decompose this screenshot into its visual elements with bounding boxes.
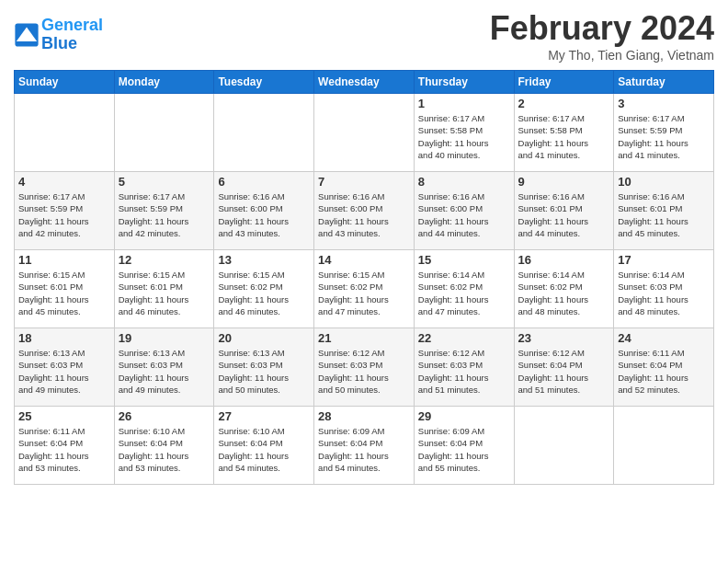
weekday-header-thursday: Thursday: [414, 71, 514, 94]
calendar-cell: 25Sunrise: 6:11 AM Sunset: 6:04 PM Dayli…: [15, 407, 115, 485]
day-info: Sunrise: 6:10 AM Sunset: 6:04 PM Dayligh…: [218, 425, 310, 474]
day-info: Sunrise: 6:10 AM Sunset: 6:04 PM Dayligh…: [119, 425, 210, 474]
calendar-cell: 7Sunrise: 6:16 AM Sunset: 6:00 PM Daylig…: [314, 172, 415, 250]
weekday-header-tuesday: Tuesday: [214, 71, 314, 94]
day-number: 5: [119, 175, 210, 189]
week-row-2: 4Sunrise: 6:17 AM Sunset: 5:59 PM Daylig…: [15, 172, 714, 250]
day-info: Sunrise: 6:12 AM Sunset: 6:03 PM Dayligh…: [318, 347, 410, 396]
day-number: 9: [518, 175, 610, 189]
title-section: February 2024 My Tho, Tien Giang, Vietna…: [490, 9, 714, 63]
day-info: Sunrise: 6:15 AM Sunset: 6:02 PM Dayligh…: [318, 269, 410, 317]
day-number: 10: [618, 175, 710, 189]
week-row-4: 18Sunrise: 6:13 AM Sunset: 6:03 PM Dayli…: [15, 328, 714, 407]
day-info: Sunrise: 6:17 AM Sunset: 5:59 PM Dayligh…: [119, 190, 210, 239]
day-info: Sunrise: 6:13 AM Sunset: 6:03 PM Dayligh…: [18, 347, 110, 396]
logo-line1: General: [41, 16, 103, 34]
day-info: Sunrise: 6:14 AM Sunset: 6:03 PM Dayligh…: [618, 269, 710, 317]
logo-icon: [14, 22, 40, 48]
calendar-cell: 18Sunrise: 6:13 AM Sunset: 6:03 PM Dayli…: [15, 328, 115, 407]
day-number: 2: [518, 97, 610, 110]
day-info: Sunrise: 6:17 AM Sunset: 5:59 PM Dayligh…: [18, 190, 110, 239]
day-info: Sunrise: 6:13 AM Sunset: 6:03 PM Dayligh…: [119, 347, 210, 396]
day-info: Sunrise: 6:14 AM Sunset: 6:02 PM Dayligh…: [418, 269, 510, 317]
day-number: 16: [518, 253, 610, 267]
day-info: Sunrise: 6:17 AM Sunset: 5:58 PM Dayligh…: [418, 112, 510, 161]
calendar-cell: [114, 94, 214, 172]
calendar-cell: [15, 94, 115, 172]
calendar-cell: 3Sunrise: 6:17 AM Sunset: 5:59 PM Daylig…: [614, 94, 714, 172]
calendar-cell: 27Sunrise: 6:10 AM Sunset: 6:04 PM Dayli…: [214, 407, 314, 485]
weekday-header-row: SundayMondayTuesdayWednesdayThursdayFrid…: [15, 71, 714, 94]
calendar-cell: [614, 407, 714, 485]
day-number: 6: [218, 175, 310, 189]
calendar-cell: 11Sunrise: 6:15 AM Sunset: 6:01 PM Dayli…: [15, 250, 115, 328]
day-info: Sunrise: 6:12 AM Sunset: 6:04 PM Dayligh…: [518, 347, 610, 396]
weekday-header-friday: Friday: [514, 71, 614, 94]
day-number: 15: [418, 253, 510, 267]
day-info: Sunrise: 6:11 AM Sunset: 6:04 PM Dayligh…: [618, 347, 710, 396]
calendar-cell: 28Sunrise: 6:09 AM Sunset: 6:04 PM Dayli…: [314, 407, 415, 485]
day-number: 26: [119, 409, 210, 423]
calendar-cell: [214, 94, 314, 172]
calendar-cell: 29Sunrise: 6:09 AM Sunset: 6:04 PM Dayli…: [414, 407, 514, 485]
day-number: 21: [318, 331, 410, 345]
day-number: 4: [18, 175, 110, 189]
day-number: 14: [318, 253, 410, 267]
day-info: Sunrise: 6:17 AM Sunset: 5:59 PM Dayligh…: [618, 112, 710, 161]
day-info: Sunrise: 6:16 AM Sunset: 6:01 PM Dayligh…: [518, 190, 610, 239]
calendar-cell: 1Sunrise: 6:17 AM Sunset: 5:58 PM Daylig…: [414, 94, 514, 172]
calendar-cell: 26Sunrise: 6:10 AM Sunset: 6:04 PM Dayli…: [114, 407, 214, 485]
calendar-cell: [314, 94, 415, 172]
calendar-table: SundayMondayTuesdayWednesdayThursdayFrid…: [14, 70, 714, 485]
day-number: 17: [618, 253, 710, 267]
day-number: 20: [218, 331, 310, 345]
day-info: Sunrise: 6:16 AM Sunset: 6:00 PM Dayligh…: [218, 190, 310, 239]
day-number: 3: [618, 97, 710, 110]
calendar-cell: 23Sunrise: 6:12 AM Sunset: 6:04 PM Dayli…: [514, 328, 614, 407]
day-info: Sunrise: 6:15 AM Sunset: 6:01 PM Dayligh…: [119, 269, 210, 317]
calendar-cell: 21Sunrise: 6:12 AM Sunset: 6:03 PM Dayli…: [314, 328, 415, 407]
calendar-cell: 15Sunrise: 6:14 AM Sunset: 6:02 PM Dayli…: [414, 250, 514, 328]
day-info: Sunrise: 6:17 AM Sunset: 5:58 PM Dayligh…: [518, 112, 610, 161]
calendar-cell: 2Sunrise: 6:17 AM Sunset: 5:58 PM Daylig…: [514, 94, 614, 172]
logo: General Blue: [14, 17, 103, 53]
day-info: Sunrise: 6:11 AM Sunset: 6:04 PM Dayligh…: [18, 425, 110, 474]
calendar-cell: 24Sunrise: 6:11 AM Sunset: 6:04 PM Dayli…: [614, 328, 714, 407]
weekday-header-sunday: Sunday: [15, 71, 115, 94]
weekday-header-saturday: Saturday: [614, 71, 714, 94]
calendar-cell: 17Sunrise: 6:14 AM Sunset: 6:03 PM Dayli…: [614, 250, 714, 328]
calendar-cell: 9Sunrise: 6:16 AM Sunset: 6:01 PM Daylig…: [514, 172, 614, 250]
week-row-1: 1Sunrise: 6:17 AM Sunset: 5:58 PM Daylig…: [15, 94, 714, 172]
calendar-cell: 22Sunrise: 6:12 AM Sunset: 6:03 PM Dayli…: [414, 328, 514, 407]
day-number: 13: [218, 253, 310, 267]
day-number: 19: [119, 331, 210, 345]
calendar-cell: 8Sunrise: 6:16 AM Sunset: 6:00 PM Daylig…: [414, 172, 514, 250]
day-number: 23: [518, 331, 610, 345]
day-info: Sunrise: 6:16 AM Sunset: 6:00 PM Dayligh…: [318, 190, 410, 239]
day-number: 12: [119, 253, 210, 267]
calendar-cell: 14Sunrise: 6:15 AM Sunset: 6:02 PM Dayli…: [314, 250, 415, 328]
day-info: Sunrise: 6:12 AM Sunset: 6:03 PM Dayligh…: [418, 347, 510, 396]
day-info: Sunrise: 6:09 AM Sunset: 6:04 PM Dayligh…: [318, 425, 410, 474]
day-number: 11: [18, 253, 110, 267]
weekday-header-wednesday: Wednesday: [314, 71, 415, 94]
calendar-cell: 13Sunrise: 6:15 AM Sunset: 6:02 PM Dayli…: [214, 250, 314, 328]
calendar-cell: 4Sunrise: 6:17 AM Sunset: 5:59 PM Daylig…: [15, 172, 115, 250]
day-info: Sunrise: 6:15 AM Sunset: 6:01 PM Dayligh…: [18, 269, 110, 317]
calendar-cell: 10Sunrise: 6:16 AM Sunset: 6:01 PM Dayli…: [614, 172, 714, 250]
calendar-cell: 12Sunrise: 6:15 AM Sunset: 6:01 PM Dayli…: [114, 250, 214, 328]
day-number: 24: [618, 331, 710, 345]
calendar-cell: 6Sunrise: 6:16 AM Sunset: 6:00 PM Daylig…: [214, 172, 314, 250]
calendar-cell: 19Sunrise: 6:13 AM Sunset: 6:03 PM Dayli…: [114, 328, 214, 407]
day-info: Sunrise: 6:16 AM Sunset: 6:00 PM Dayligh…: [418, 190, 510, 239]
day-number: 18: [18, 331, 110, 345]
day-number: 25: [18, 409, 110, 423]
day-number: 7: [318, 175, 410, 189]
day-number: 1: [418, 97, 510, 110]
day-info: Sunrise: 6:09 AM Sunset: 6:04 PM Dayligh…: [418, 425, 510, 474]
calendar-cell: [514, 407, 614, 485]
header: General Blue February 2024 My Tho, Tien …: [14, 9, 714, 63]
day-number: 29: [418, 409, 510, 423]
calendar-cell: 20Sunrise: 6:13 AM Sunset: 6:03 PM Dayli…: [214, 328, 314, 407]
weekday-header-monday: Monday: [114, 71, 214, 94]
